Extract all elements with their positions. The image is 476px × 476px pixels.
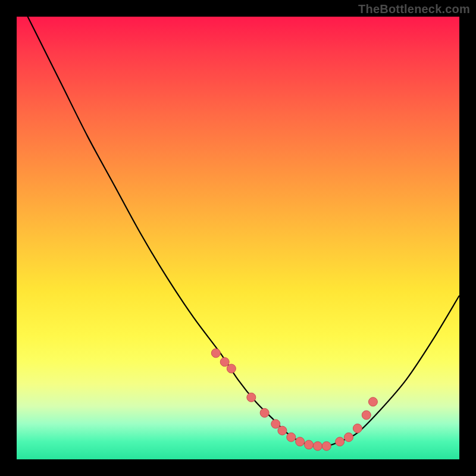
plot-area: [17, 17, 459, 459]
highlight-dot: [362, 411, 371, 419]
highlight-dot: [227, 364, 236, 373]
highlight-dot: [322, 441, 331, 450]
chart-svg: [17, 17, 459, 459]
highlight-dot: [296, 437, 305, 446]
watermark-text: TheBottleneck.com: [358, 2, 470, 16]
highlight-dot: [271, 419, 280, 428]
chart-frame: TheBottleneck.com: [0, 0, 476, 476]
bottleneck-curve: [17, 17, 459, 447]
highlight-dot: [278, 426, 287, 435]
highlight-dots: [211, 349, 377, 450]
highlight-dot: [368, 397, 377, 406]
highlight-dot: [247, 393, 256, 402]
highlight-dot: [353, 424, 362, 433]
highlight-dot: [260, 408, 269, 417]
highlight-dot: [345, 433, 353, 441]
highlight-dot: [336, 437, 345, 446]
highlight-dot: [313, 441, 322, 450]
highlight-dot: [220, 358, 229, 367]
highlight-dot: [305, 440, 314, 449]
highlight-dot: [287, 433, 296, 441]
highlight-dot: [211, 349, 220, 358]
